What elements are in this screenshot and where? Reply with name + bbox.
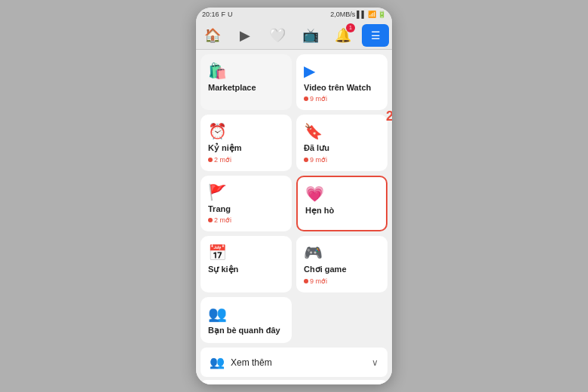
ban-be-icon: 👥 [208,305,284,323]
su-kien-icon: 📅 [208,243,284,262]
section-xem-them[interactable]: 👥 Xem thêm ∨ [201,348,387,377]
nav-home[interactable]: 🏠 [199,22,226,49]
ban-be-label: Bạn bè quanh đây [208,326,284,335]
choi-game-icon: 🎮 [304,243,380,262]
choi-game-dot [304,279,308,283]
video-watch-badge: 9 mới [304,95,380,103]
status-left: 20:16 F U [202,11,233,18]
hen-ho-icon: 💗 [305,185,378,203]
trang-dot [208,218,213,222]
card-ban-be[interactable]: 👥 Bạn bè quanh đây [201,297,292,343]
section-tro-giup[interactable]: ❓ Trợ giúp & hỗ trợ ∨ [201,380,387,384]
nav-video[interactable]: ▶ [231,22,259,49]
section-left-xem-them: 👥 Xem thêm [210,355,272,369]
nav-tv[interactable]: 📺 [297,22,324,49]
xem-them-label: Xem thêm [231,357,272,368]
card-hen-ho[interactable]: 💗 Hẹn hò [296,176,387,231]
ky-niem-badge: 2 mới [208,156,284,164]
hamburger-icon: ☰ [371,29,381,41]
da-luu-dot [304,158,308,162]
data-speed: 2,0MB/s [330,11,355,18]
xem-them-icon: 👥 [210,355,225,369]
time-display: 20:16 [202,11,219,18]
marketplace-icon: 🛍️ [208,62,284,80]
card-ky-niem[interactable]: ⏰ Kỷ niệm 2 mới [201,115,292,171]
card-marketplace[interactable]: 🛍️ Marketplace [201,54,292,110]
ky-niem-dot [208,158,213,162]
su-kien-label: Sự kiện [208,265,284,274]
video-watch-icon: ▶ [304,62,380,80]
battery-icon: 🔋 [378,11,386,18]
nav-bell[interactable]: 🔔 1 [329,22,357,49]
video-watch-dot [304,96,308,101]
da-luu-icon: 🔖 [304,122,380,140]
da-luu-badge: 9 mới [304,156,380,164]
app-grid: 🛍️ Marketplace ▶ Video trên Watch 9 mới … [196,50,392,348]
step-number-2: 2 [386,109,392,124]
trang-label: Trang [208,204,284,213]
signal-u-icon: U [228,11,233,18]
xem-them-chevron: ∨ [372,357,378,368]
signal-bars-icon: ▌▌ [357,11,366,18]
hen-ho-label: Hẹn hò [305,206,378,216]
ky-niem-icon: ⏰ [208,122,284,140]
status-right: 2,0MB/s ▌▌ 📶 🔋 [330,11,386,18]
content-area: 🛍️ Marketplace ▶ Video trên Watch 9 mới … [196,50,392,384]
status-bar: 20:16 F U 2,0MB/s ▌▌ 📶 🔋 [196,8,392,21]
card-trang[interactable]: 🚩 Trang 2 mới [201,176,292,231]
phone-frame: 20:16 F U 2,0MB/s ▌▌ 📶 🔋 🏠 ▶ 🤍 📺 🔔 1 ☰ 🛍 [196,8,392,384]
trang-icon: 🚩 [208,183,284,201]
menu-button[interactable]: ☰ [362,24,389,47]
card-video-watch[interactable]: ▶ Video trên Watch 9 mới [296,54,387,110]
video-watch-label: Video trên Watch [304,83,380,92]
bell-badge: 1 [346,23,355,32]
choi-game-label: Chơi game [304,265,380,274]
choi-game-badge: 9 mới [304,277,380,285]
nav-heart[interactable]: 🤍 [264,22,291,49]
card-choi-game[interactable]: 🎮 Chơi game 9 mới [296,236,387,292]
da-luu-label: Đã lưu [304,143,380,153]
nav-bar: 🏠 ▶ 🤍 📺 🔔 1 ☰ [196,21,392,50]
card-da-luu[interactable]: 2 🔖 Đã lưu 9 mới [296,115,387,171]
signal-f-icon: F [222,11,226,18]
trang-badge: 2 mới [208,216,284,224]
ky-niem-label: Kỷ niệm [208,143,284,153]
marketplace-label: Marketplace [208,83,284,92]
wifi-icon: 📶 [368,11,376,18]
card-su-kien[interactable]: 📅 Sự kiện [201,236,292,292]
